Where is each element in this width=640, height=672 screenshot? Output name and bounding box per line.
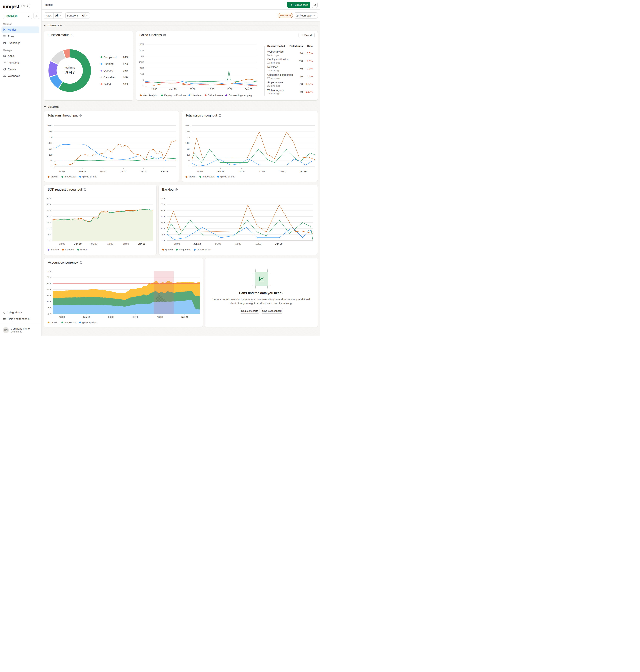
svg-text:100: 100 [187, 154, 190, 156]
svg-text:20 K: 20 K [161, 215, 165, 218]
svg-text:100K: 100K [139, 61, 144, 63]
svg-text:Jun 20: Jun 20 [275, 243, 282, 245]
svg-text:20 K: 20 K [47, 288, 51, 291]
svg-text:10M: 10M [140, 49, 144, 52]
svg-text:10: 10 [188, 159, 190, 162]
svg-text:18:00: 18:00 [279, 170, 285, 173]
svg-text:5 K: 5 K [48, 306, 52, 309]
svg-text:Jun 20: Jun 20 [299, 170, 307, 173]
svg-text:12:00: 12:00 [120, 170, 126, 173]
svg-text:10K: 10K [187, 148, 191, 150]
svg-text:Jun 19: Jun 19 [74, 243, 82, 245]
svg-text:30 K: 30 K [161, 203, 165, 205]
svg-text:1M: 1M [141, 55, 144, 57]
svg-text:18:00: 18:00 [123, 243, 129, 245]
svg-text:1M: 1M [187, 136, 190, 138]
svg-text:18:00: 18:00 [141, 170, 146, 173]
svg-text:Jun 19: Jun 19 [193, 243, 201, 245]
svg-text:Jun 20: Jun 20 [138, 243, 145, 245]
svg-text:100: 100 [140, 73, 144, 75]
svg-text:100M: 100M [185, 125, 190, 127]
svg-text:25 K: 25 K [47, 209, 51, 212]
svg-text:10M: 10M [48, 130, 53, 132]
svg-text:15 K: 15 K [47, 221, 51, 224]
svg-text:06:00: 06:00 [239, 170, 245, 173]
svg-text:35 K: 35 K [47, 197, 51, 200]
svg-text:25 K: 25 K [47, 282, 51, 285]
svg-text:18:00: 18:00 [256, 243, 261, 245]
svg-text:18:00: 18:00 [197, 170, 203, 173]
svg-text:18:00: 18:00 [227, 88, 232, 90]
svg-text:100K: 100K [185, 142, 190, 144]
svg-text:06:00: 06:00 [100, 170, 106, 173]
svg-text:Jun 19: Jun 19 [79, 170, 86, 173]
svg-text:35 K: 35 K [47, 270, 51, 272]
svg-text:0 K: 0 K [162, 240, 165, 242]
svg-text:20 K: 20 K [47, 215, 51, 218]
svg-text:10 K: 10 K [161, 227, 165, 230]
svg-text:0 K: 0 K [48, 313, 52, 315]
svg-text:06:00: 06:00 [215, 243, 221, 245]
svg-text:06:00: 06:00 [190, 88, 195, 90]
svg-text:1: 1 [189, 166, 190, 168]
svg-text:10K: 10K [49, 148, 53, 150]
svg-text:10: 10 [50, 159, 53, 162]
svg-text:100M: 100M [47, 125, 53, 127]
svg-text:10 K: 10 K [47, 227, 51, 230]
svg-text:12:00: 12:00 [235, 243, 241, 245]
svg-text:12:00: 12:00 [133, 316, 138, 318]
svg-text:0 K: 0 K [48, 240, 51, 242]
svg-text:10K: 10K [140, 67, 144, 69]
svg-text:12:00: 12:00 [107, 243, 113, 245]
svg-text:Jun 20: Jun 20 [160, 170, 168, 173]
svg-text:100M: 100M [138, 43, 144, 45]
svg-text:30 K: 30 K [47, 203, 51, 205]
svg-text:10 K: 10 K [47, 300, 51, 303]
svg-text:15 K: 15 K [47, 294, 51, 297]
svg-text:18:00: 18:00 [157, 316, 163, 318]
svg-text:30 K: 30 K [47, 276, 51, 278]
svg-text:12:00: 12:00 [259, 170, 265, 173]
svg-text:1: 1 [143, 85, 144, 87]
svg-text:10: 10 [141, 79, 144, 81]
svg-text:18:00: 18:00 [59, 170, 64, 173]
svg-text:100: 100 [49, 154, 53, 156]
svg-text:Jun 20: Jun 20 [181, 316, 188, 318]
svg-text:10M: 10M [186, 130, 190, 132]
svg-text:18:00: 18:00 [151, 88, 157, 90]
svg-text:1: 1 [51, 166, 53, 168]
svg-text:Jun 20: Jun 20 [245, 88, 252, 90]
svg-text:1M: 1M [49, 136, 53, 138]
svg-text:18:00: 18:00 [59, 316, 65, 318]
svg-text:06:00: 06:00 [91, 243, 97, 245]
svg-text:100K: 100K [47, 142, 53, 144]
svg-text:18:00: 18:00 [174, 243, 180, 245]
svg-text:5 K: 5 K [162, 233, 165, 236]
svg-text:Jun 19: Jun 19 [217, 170, 224, 173]
svg-text:25 K: 25 K [161, 209, 165, 212]
svg-text:5 K: 5 K [48, 233, 51, 236]
svg-text:35 K: 35 K [161, 197, 165, 200]
svg-text:Jun 19: Jun 19 [83, 316, 90, 318]
svg-text:15 K: 15 K [161, 221, 165, 224]
svg-text:06:00: 06:00 [108, 316, 114, 318]
svg-text:18:00: 18:00 [59, 243, 65, 245]
svg-text:12:00: 12:00 [208, 88, 214, 90]
svg-text:Jun 19: Jun 19 [169, 88, 176, 90]
